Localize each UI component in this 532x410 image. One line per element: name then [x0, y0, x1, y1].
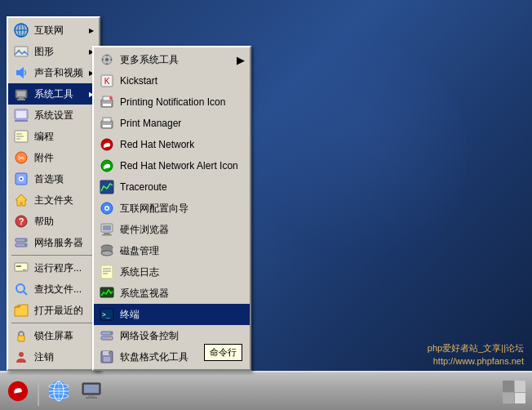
submenu-print-manager[interactable]: Print Manager: [94, 113, 250, 134]
submenu-syslog[interactable]: 系统日志: [94, 261, 250, 283]
svg-rect-9: [17, 91, 25, 96]
svg-point-51: [109, 96, 113, 100]
submenu-kickstart[interactable]: K Kickstart: [94, 70, 250, 91]
watermark: php爱好者站_文享||论坛 http://www.phpfans.net: [428, 342, 524, 368]
menu-label-help: 帮助: [34, 215, 94, 229]
menu-item-logout[interactable]: 注销: [8, 346, 99, 368]
svg-text:>_: >_: [102, 311, 110, 319]
taskbar-sep-1: [38, 377, 39, 406]
menu-item-recent[interactable]: 打开最近的: [8, 300, 99, 321]
menu-label-preferences: 首选项: [34, 172, 94, 186]
svg-point-39: [19, 352, 24, 357]
menu-item-run[interactable]: _ 运行程序...: [8, 257, 99, 279]
submenu-label-more-tools: 更多系统工具: [120, 53, 237, 67]
audio-icon: [13, 65, 29, 81]
menu-label-run: 运行程序...: [34, 261, 94, 275]
svg-text:✂: ✂: [18, 154, 24, 163]
svg-text:K: K: [104, 77, 110, 86]
svg-text:_: _: [22, 263, 27, 270]
hardware-browser-icon: [99, 221, 115, 238]
print-notif-icon: [99, 94, 115, 110]
svg-point-77: [110, 332, 112, 334]
syslog-icon: [99, 264, 115, 280]
submenu-redhat-alert[interactable]: Red Hat Network Alert Icon: [94, 155, 250, 176]
menu-label-recent: 打开最近的: [34, 304, 94, 318]
menu-item-internet[interactable]: 互联网 ▶: [8, 20, 99, 41]
taskbar-globe-icon[interactable]: [44, 377, 73, 406]
menu-label-search: 查找文件...: [34, 283, 94, 296]
background-shape: [222, 33, 467, 278]
redhat-start-button[interactable]: [3, 377, 33, 406]
menu-item-lock[interactable]: 锁住屏幕: [8, 325, 99, 346]
svg-text:?: ?: [19, 216, 24, 226]
settings-icon: [13, 107, 29, 123]
taskbar-monitor-icon[interactable]: [77, 377, 106, 406]
submenu-sysmonitor[interactable]: 系统监视器: [94, 283, 250, 304]
svg-marker-37: [15, 305, 20, 307]
menu-item-help[interactable]: ? 帮助: [8, 211, 99, 232]
submenu-label-print-manager: Print Manager: [120, 118, 245, 129]
menu-item-programming[interactable]: 编程: [8, 126, 99, 147]
svg-rect-68: [101, 265, 113, 279]
menu-item-network-server[interactable]: 网络服务器: [8, 232, 99, 253]
menu-item-settings[interactable]: 系统设置: [8, 105, 99, 126]
submenu-more-tools[interactable]: 更多系统工具 ▶: [94, 49, 250, 70]
svg-point-29: [24, 239, 26, 241]
system-tools-icon: [13, 86, 29, 102]
svg-point-23: [20, 178, 23, 180]
submenu-print-notif[interactable]: Printing Notification Icon: [94, 91, 250, 113]
menu-item-system-tools[interactable]: 系统工具 ▶: [8, 83, 99, 105]
svg-rect-64: [102, 234, 112, 236]
menu-label-lock: 锁住屏幕: [34, 329, 94, 343]
sq1: [503, 381, 514, 392]
menu-item-audio[interactable]: 声音和视频 ▶: [8, 62, 99, 83]
submenu-label-kickstart: Kickstart: [120, 75, 245, 87]
menu-item-accessories[interactable]: ✂ 附件: [8, 147, 99, 168]
submenu-label-redhat-network: Red Hat Network: [120, 139, 245, 150]
taskbar: [0, 371, 532, 410]
svg-rect-57: [100, 180, 113, 194]
menu-separator-1: [11, 255, 95, 256]
svg-line-35: [24, 292, 27, 295]
disk-mgmt-icon: [99, 243, 115, 259]
submenu-terminal[interactable]: >_ 终端: [94, 304, 250, 325]
menu-label-network-server: 网络服务器: [34, 236, 94, 250]
menu-label-audio: 声音和视频: [34, 66, 86, 80]
svg-point-78: [110, 337, 112, 339]
taskbar-right: [496, 372, 532, 410]
redhat-alert-icon: [99, 158, 115, 174]
network-control-icon: [99, 328, 115, 344]
svg-rect-81: [104, 357, 110, 362]
recent-icon: [13, 302, 29, 319]
menu-label-internet: 互联网: [34, 24, 86, 38]
accessories-icon: ✂: [13, 149, 29, 166]
system-tools-submenu: 更多系统工具 ▶ K Kickstart Printing Notificati…: [92, 46, 251, 371]
submenu-label-sysmonitor: 系统监视器: [120, 287, 245, 301]
submenu-redhat-network[interactable]: Red Hat Network: [94, 134, 250, 155]
help-icon: ?: [13, 213, 29, 230]
menu-item-home[interactable]: 主文件夹: [8, 189, 99, 211]
submenu-label-traceroute: Traceroute: [120, 181, 245, 193]
submenu-hardware-browser[interactable]: 硬件浏览器: [94, 219, 250, 240]
menu-label-accessories: 附件: [34, 151, 94, 165]
submenu-label-print-notif: Printing Notification Icon: [120, 96, 245, 108]
graphics-icon: [13, 43, 29, 60]
menu-label-logout: 注销: [34, 350, 94, 364]
menu-item-graphics[interactable]: 图形 ▶: [8, 41, 99, 62]
submenu-label-network-control: 网络设备控制: [120, 329, 245, 343]
submenu-traceroute[interactable]: Traceroute: [94, 176, 250, 198]
submenu-label-internet-config: 互联网配置向导: [120, 202, 245, 216]
home-icon: [13, 192, 29, 208]
submenu-label-redhat-alert: Red Hat Network Alert Icon: [120, 160, 245, 172]
menu-item-search[interactable]: 查找文件...: [8, 279, 99, 300]
svg-rect-82: [109, 352, 110, 354]
menu-item-preferences[interactable]: 首选项: [8, 168, 99, 189]
svg-rect-50: [103, 104, 111, 106]
lock-icon: [13, 328, 29, 344]
menu-label-system-tools: 系统工具: [34, 87, 86, 101]
submenu-disk-mgmt[interactable]: 磁盘管理: [94, 240, 250, 261]
submenu-internet-config[interactable]: 互联网配置向导: [94, 198, 250, 219]
sq4: [515, 393, 526, 404]
svg-point-34: [16, 284, 24, 292]
svg-rect-11: [17, 99, 25, 100]
